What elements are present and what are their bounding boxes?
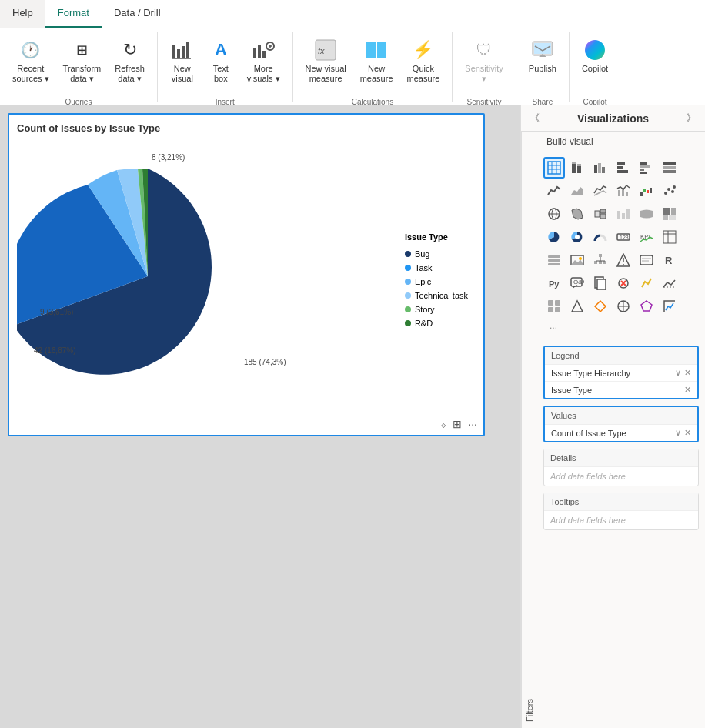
tab-format[interactable]: Format: [45, 0, 102, 28]
svg-rect-71: [663, 231, 676, 243]
viz-icon-table[interactable]: [543, 157, 565, 179]
values-well-label: Values: [545, 407, 697, 425]
viz-icon-matrix[interactable]: [659, 226, 680, 248]
chart-toolbar: ⬦ ⊞ ···: [440, 418, 477, 430]
svg-marker-78: [571, 259, 583, 265]
tab-help[interactable]: Help: [0, 0, 45, 28]
tooltips-well-label: Tooltips: [544, 493, 698, 511]
refresh-data-button[interactable]: ↻ Refreshdata ▾: [109, 35, 151, 96]
sensitivity-button[interactable]: 🛡 Sensitivity▾: [459, 35, 510, 96]
viz-icon-key-influencers[interactable]: [613, 249, 634, 271]
svg-rect-40: [663, 170, 676, 173]
new-visual-measure-button[interactable]: fx New visualmeasure: [299, 35, 352, 96]
filter-icon[interactable]: ⬦: [440, 418, 446, 430]
viz-icon-line[interactable]: [543, 180, 565, 202]
svg-rect-19: [548, 162, 560, 174]
viz-icon-gauge[interactable]: [590, 226, 611, 248]
viz-icon-bar-line[interactable]: [613, 180, 634, 202]
viz-icon-shape-map[interactable]: [590, 203, 611, 225]
svg-rect-74: [548, 255, 560, 258]
viz-icon-decomp[interactable]: [590, 249, 611, 271]
publish-button[interactable]: Publish: [523, 35, 563, 96]
viz-icon-stacked-bar[interactable]: [566, 157, 588, 179]
values-count-chevron[interactable]: ∨: [675, 428, 681, 438]
new-measure-button[interactable]: Newmeasure: [354, 35, 399, 96]
svg-point-50: [667, 188, 670, 191]
svg-text:R: R: [665, 255, 673, 266]
transform-data-button[interactable]: ⊞ Transformdata ▾: [57, 35, 108, 96]
svg-rect-75: [548, 259, 560, 262]
tab-datadrill[interactable]: Data / Drill: [102, 0, 173, 28]
values-count-item[interactable]: Count of Issue Type ∨ ✕: [545, 425, 697, 441]
quick-measure-icon: ⚡: [411, 38, 436, 62]
svg-rect-3: [186, 42, 189, 58]
viz-icon-clustered-bar[interactable]: [590, 157, 611, 179]
viz-icon-area[interactable]: [566, 180, 588, 202]
svg-rect-61: [626, 209, 630, 219]
viz-icon-stacked-bar-h[interactable]: [613, 157, 634, 179]
tooltips-well-placeholder: Add data fields here: [544, 511, 698, 529]
svg-rect-58: [600, 214, 606, 219]
viz-icon-extra-1[interactable]: [543, 296, 565, 317]
viz-icon-slicer[interactable]: [543, 249, 565, 271]
recent-sources-button[interactable]: 🕐 Recentsources ▾: [6, 35, 55, 96]
filters-side-label[interactable]: Filters: [521, 132, 537, 728]
more-visuals-button[interactable]: Morevisuals ▾: [241, 35, 286, 96]
viz-icon-extra-4[interactable]: [613, 296, 634, 317]
viz-icon-card[interactable]: 123: [613, 226, 634, 248]
values-count-remove[interactable]: ✕: [684, 428, 691, 438]
legend-item-task: Task: [405, 263, 468, 272]
legend-hierarchy-chevron[interactable]: ∨: [675, 368, 681, 378]
viz-icon-clustered-bar-h[interactable]: [636, 157, 657, 179]
viz-icon-pie[interactable]: [543, 226, 565, 248]
svg-rect-36: [640, 169, 644, 171]
more-options-icon[interactable]: ···: [468, 418, 477, 430]
panel-expand-right[interactable]: 》: [687, 112, 696, 125]
viz-icon-smart-narrative[interactable]: [636, 249, 657, 271]
viz-icon-donut[interactable]: [566, 226, 588, 248]
legend-well-label: Legend: [545, 347, 697, 365]
viz-icon-scatter[interactable]: [659, 180, 680, 202]
quick-measure-button[interactable]: ⚡ Quickmeasure: [401, 35, 446, 96]
chart-container[interactable]: Count of Issues by Issue Type: [8, 113, 485, 436]
focus-icon[interactable]: ⊞: [453, 418, 462, 430]
legend-type-remove[interactable]: ✕: [684, 385, 691, 395]
new-visual-button[interactable]: Newvisual: [164, 35, 201, 96]
legend-title: Issue Type: [405, 232, 468, 242]
viz-icon-ribbon[interactable]: [636, 203, 657, 225]
svg-rect-103: [555, 307, 560, 312]
viz-icon-python[interactable]: Py: [543, 272, 565, 294]
viz-icon-waterfall[interactable]: [636, 180, 657, 202]
viz-icon-image[interactable]: [566, 249, 588, 271]
viz-icon-bar-combo[interactable]: [613, 203, 634, 225]
legend-hierarchy-item[interactable]: Issue Type Hierarchy ∨ ✕: [545, 365, 697, 382]
viz-icon-qna[interactable]: Q&A: [566, 272, 588, 294]
viz-icon-extra-2[interactable]: [566, 296, 588, 317]
viz-icon-line-cluster[interactable]: [590, 180, 611, 202]
viz-icon-kpi[interactable]: KPI: [636, 226, 657, 248]
viz-icon-treemap[interactable]: [659, 203, 680, 225]
legend-hierarchy-remove[interactable]: ✕: [684, 368, 691, 378]
copilot-button[interactable]: Copilot: [576, 35, 614, 96]
viz-icon-r-visual[interactable]: R: [659, 249, 680, 271]
svg-rect-98: [597, 279, 606, 290]
more-icons-dots[interactable]: ...: [546, 319, 560, 332]
viz-icon-map[interactable]: [543, 203, 565, 225]
legend-dot-rnd: [405, 320, 411, 326]
publish-icon: [530, 38, 555, 62]
viz-icon-extra-5[interactable]: [636, 296, 657, 317]
viz-icon-filled-map[interactable]: [566, 203, 588, 225]
legend-dot-task: [405, 265, 411, 271]
svg-rect-102: [548, 307, 553, 312]
viz-icon-paginated[interactable]: [590, 272, 611, 294]
viz-icon-powerbi[interactable]: [636, 272, 657, 294]
svg-rect-38: [663, 162, 676, 165]
viz-icon-extra-6[interactable]: [659, 296, 680, 317]
panel-collapse-left[interactable]: 《: [530, 112, 540, 125]
viz-icon-extra-3[interactable]: [590, 296, 611, 317]
viz-icon-100stacked[interactable]: [659, 157, 680, 179]
legend-type-item[interactable]: Issue Type ✕: [545, 382, 697, 398]
viz-icon-more-visuals-grid[interactable]: [659, 272, 680, 294]
text-box-button[interactable]: A Textbox: [202, 35, 239, 96]
viz-icon-arcgis[interactable]: [613, 272, 634, 294]
